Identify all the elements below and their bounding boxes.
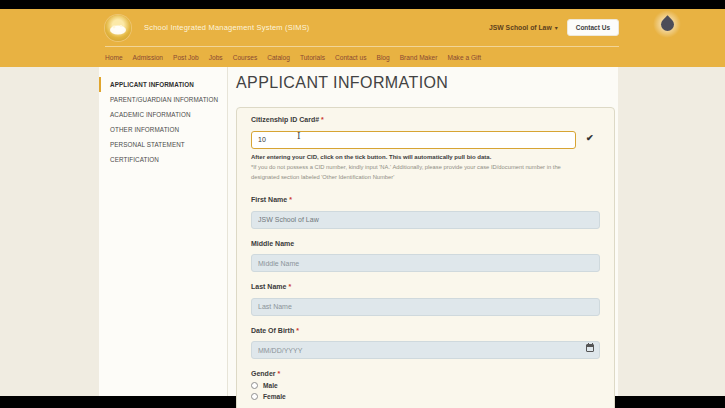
- required-asterisk: *: [321, 116, 324, 123]
- gender-label: Gender*: [251, 370, 600, 377]
- first-name-label: First Name*: [251, 196, 600, 203]
- required-asterisk: *: [289, 196, 292, 203]
- content-container: APPLICANT INFORMATION PARENT/GUARDIAN IN…: [99, 67, 618, 396]
- nav-post-job[interactable]: Post Job: [173, 54, 199, 61]
- droplet-overlay-icon: [658, 15, 676, 33]
- app-header: School Integrated Management System (SIM…: [0, 9, 725, 67]
- dob-label: Date Of Birth*: [251, 327, 600, 334]
- nav-contact-us[interactable]: Contact us: [335, 54, 367, 61]
- nav-tutorials[interactable]: Tutorials: [300, 54, 325, 61]
- sidebar-item-certification[interactable]: CERTIFICATION: [99, 152, 227, 167]
- last-name-input[interactable]: [251, 298, 600, 316]
- dob-input[interactable]: [251, 341, 600, 359]
- school-selector-label: JSW School of Law: [489, 24, 552, 31]
- gender-female-radio[interactable]: [251, 393, 258, 400]
- main-nav: Home Admission Post Job Jobs Courses Cat…: [105, 47, 619, 67]
- page-title: APPLICANT INFORMATION: [236, 74, 618, 92]
- cid-verify-check-button[interactable]: ✔: [586, 134, 594, 143]
- app-title: School Integrated Management System (SIM…: [144, 23, 310, 32]
- nav-courses[interactable]: Courses: [233, 54, 258, 61]
- cid-input[interactable]: [251, 131, 576, 149]
- cid-hint-primary: After entering your CID, click on the ti…: [251, 154, 600, 160]
- sidebar-item-applicant-information[interactable]: APPLICANT INFORMATION: [99, 77, 227, 92]
- nav-catalog[interactable]: Catalog: [267, 54, 290, 61]
- form-steps-sidebar: APPLICANT INFORMATION PARENT/GUARDIAN IN…: [99, 67, 228, 396]
- required-asterisk: *: [278, 370, 281, 377]
- cid-field-group: Citizenship ID Card#* I ✔ After entering…: [251, 116, 600, 182]
- gender-female-label: Female: [263, 393, 286, 400]
- middle-name-input[interactable]: [251, 254, 600, 272]
- nav-brand-maker[interactable]: Brand Maker: [400, 54, 438, 61]
- nav-blog[interactable]: Blog: [377, 54, 390, 61]
- nav-admission[interactable]: Admission: [133, 54, 163, 61]
- sidebar-item-parent-guardian-information[interactable]: PARENT/GUARDIAN INFORMATION: [99, 92, 227, 107]
- cid-hint-secondary: *If you do not possess a CID number, kin…: [251, 162, 586, 183]
- calendar-icon[interactable]: [586, 344, 594, 352]
- last-name-field-group: Last Name*: [251, 283, 600, 316]
- middle-name-label: Middle Name: [251, 240, 600, 247]
- sidebar-item-other-information[interactable]: OTHER INFORMATION: [99, 122, 227, 137]
- sidebar-item-academic-information[interactable]: ACADEMIC INFORMATION: [99, 107, 227, 122]
- middle-name-field-group: Middle Name: [251, 240, 600, 273]
- applicant-form-card: Citizenship ID Card#* I ✔ After entering…: [236, 107, 615, 408]
- dob-field-group: Date Of Birth*: [251, 327, 600, 360]
- screen-overlay-glow: [653, 10, 681, 38]
- required-asterisk: *: [296, 327, 299, 334]
- nav-home[interactable]: Home: [105, 54, 123, 61]
- nav-make-a-gift[interactable]: Make a Gift: [447, 54, 481, 61]
- browser-viewport: School Integrated Management System (SIM…: [0, 9, 725, 396]
- main-content: APPLICANT INFORMATION Citizenship ID Car…: [228, 67, 618, 396]
- school-selector-dropdown[interactable]: JSW School of Law ▾: [489, 24, 558, 31]
- nav-jobs[interactable]: Jobs: [209, 54, 223, 61]
- gender-male-label: Male: [263, 382, 278, 389]
- first-name-field-group: First Name*: [251, 196, 600, 229]
- cid-label: Citizenship ID Card#*: [251, 116, 600, 123]
- chevron-down-icon: ▾: [555, 24, 558, 31]
- sidebar-item-personal-statement[interactable]: PERSONAL STATEMENT: [99, 137, 227, 152]
- gender-field-group: Gender* Male Female: [251, 370, 600, 400]
- gender-male-radio[interactable]: [251, 382, 258, 389]
- sims-logo-icon: [105, 15, 131, 41]
- contact-us-button[interactable]: Contact Us: [567, 19, 619, 36]
- page-background: APPLICANT INFORMATION PARENT/GUARDIAN IN…: [0, 67, 725, 396]
- first-name-input[interactable]: [251, 211, 600, 229]
- last-name-label: Last Name*: [251, 283, 600, 290]
- required-asterisk: *: [288, 283, 291, 290]
